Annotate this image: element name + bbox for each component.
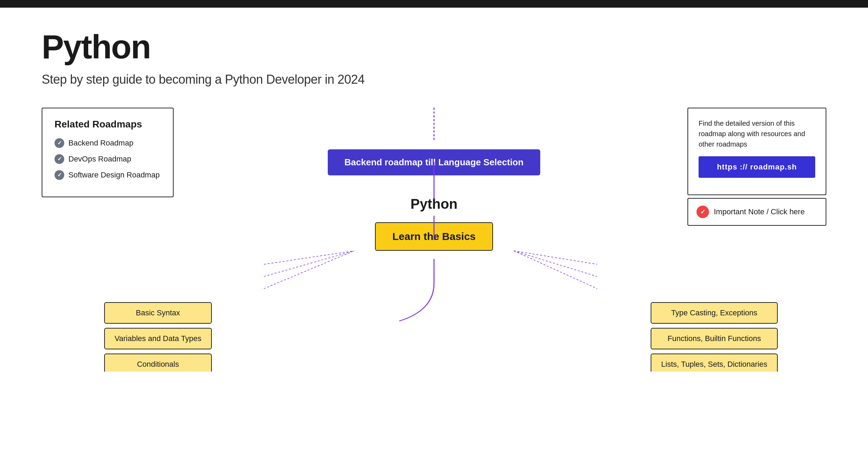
info-box-text: Find the detailed version of this roadma… <box>699 118 815 149</box>
check-icon-backend <box>55 138 64 148</box>
roadmap-label-backend: Backend Roadmap <box>68 139 133 148</box>
roadmap-link-button[interactable]: https :// roadmap.sh <box>699 156 815 178</box>
left-nodes: Basic Syntax Variables and Data Types Co… <box>104 302 212 372</box>
related-roadmaps-title: Related Roadmaps <box>55 119 161 130</box>
basic-syntax-node[interactable]: Basic Syntax <box>104 302 212 324</box>
svg-line-4 <box>264 251 354 264</box>
python-center-label: Python <box>410 196 458 212</box>
svg-line-8 <box>514 251 597 276</box>
svg-line-6 <box>264 251 354 289</box>
important-note-text: Important Note / Click here <box>714 207 805 216</box>
diagram-center: Backend roadmap till Language Selection … <box>312 108 556 251</box>
type-casting-node[interactable]: Type Casting, Exceptions <box>651 302 778 324</box>
important-note-box[interactable]: Important Note / Click here <box>687 198 826 226</box>
page-title: Python <box>42 28 826 65</box>
roadmap-item-software-design[interactable]: Software Design Roadmap <box>55 170 161 180</box>
roadmap-label-software-design: Software Design Roadmap <box>68 171 160 180</box>
page-container: Python Step by step guide to becoming a … <box>0 8 868 372</box>
svg-line-7 <box>514 251 597 264</box>
right-nodes: Type Casting, Exceptions Functions, Buil… <box>651 302 778 372</box>
roadmap-label-devops: DevOps Roadmap <box>68 155 131 164</box>
svg-line-9 <box>514 251 597 289</box>
learn-basics-node[interactable]: Learn the Basics <box>375 222 493 251</box>
learn-basics-wrapper: Learn the Basics <box>375 222 493 251</box>
check-icon-devops <box>55 154 64 164</box>
conditionals-node[interactable]: Conditionals <box>104 354 212 372</box>
lists-tuples-node[interactable]: Lists, Tuples, Sets, Dictionaries <box>651 354 778 372</box>
check-icon-software-design <box>55 170 64 180</box>
page-subtitle: Step by step guide to becoming a Python … <box>42 72 826 87</box>
diagram-section: Related Roadmaps Backend Roadmap DevOps … <box>42 108 826 351</box>
svg-line-5 <box>264 251 354 276</box>
related-roadmaps-box: Related Roadmaps Backend Roadmap DevOps … <box>42 108 174 197</box>
important-note-icon <box>696 206 709 218</box>
backend-node[interactable]: Backend roadmap till Language Selection <box>328 149 540 175</box>
functions-node[interactable]: Functions, Builtin Functions <box>651 328 778 349</box>
top-bar <box>0 0 868 8</box>
roadmap-item-devops[interactable]: DevOps Roadmap <box>55 154 161 164</box>
variables-data-types-node[interactable]: Variables and Data Types <box>104 328 212 349</box>
info-box: Find the detailed version of this roadma… <box>687 108 826 195</box>
roadmap-item-backend[interactable]: Backend Roadmap <box>55 138 161 148</box>
